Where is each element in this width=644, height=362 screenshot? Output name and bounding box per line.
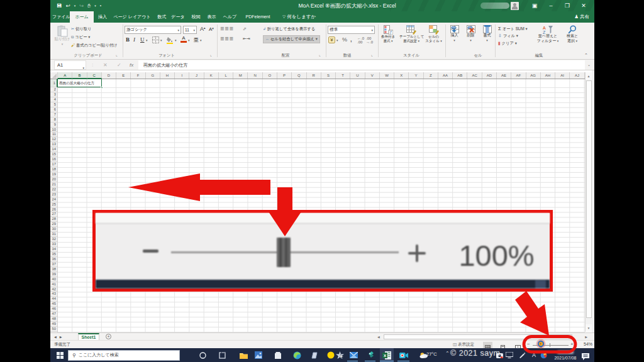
row-header-26[interactable]: 26 (50, 207, 57, 212)
column-header-R[interactable]: R (307, 72, 321, 79)
column-header-B[interactable]: B (72, 72, 87, 79)
format-as-table-button[interactable]: テーブルとして書式設定 ▾ (399, 25, 423, 43)
row-header-40[interactable]: 40 (50, 277, 57, 282)
font-dialog-launcher-icon[interactable]: ⌞ (210, 53, 214, 57)
row-header-39[interactable]: 39 (50, 272, 57, 277)
row-header-33[interactable]: 33 (50, 242, 57, 247)
format-cells-button[interactable]: 書式 ▾ (480, 25, 494, 42)
cut-button[interactable]: ✂ 切り取り (71, 26, 92, 32)
row-header-31[interactable]: 31 (50, 232, 57, 237)
autosum-button[interactable]: Σ オート SUM ▾ (498, 26, 528, 32)
column-header-V[interactable]: V (365, 72, 380, 79)
clear-button[interactable]: ▮ クリア ▾ (498, 41, 517, 47)
row-header-34[interactable]: 34 (50, 247, 57, 252)
start-button[interactable] (57, 352, 64, 359)
column-header-Y[interactable]: Y (409, 72, 423, 79)
column-header-P[interactable]: P (277, 72, 292, 79)
taskbar-search-box[interactable]: ⚲ ここに入力して検索 (68, 350, 180, 361)
restore-button[interactable]: ❐ (559, 1, 575, 10)
row-header-17[interactable]: 17 (50, 162, 57, 167)
touch-mode-icon[interactable]: ✋︎ (87, 3, 91, 9)
row-header-47[interactable]: 47 (50, 312, 57, 317)
task-view-icon[interactable] (217, 350, 227, 360)
tray-chevron-icon[interactable]: ⌃ (445, 351, 450, 356)
row-header-22[interactable]: 22 (50, 187, 57, 192)
row-header-9[interactable]: 9 (50, 123, 57, 128)
row-header-16[interactable]: 16 (50, 157, 57, 162)
ribbon-display-options-icon[interactable]: ▣ (526, 1, 543, 10)
cancel-formula-icon[interactable]: ✕ (103, 60, 108, 70)
normal-view-button[interactable] (483, 342, 492, 349)
column-header-AB[interactable]: AB (453, 72, 467, 79)
redo-icon[interactable]: ↪ (79, 3, 84, 9)
row-header-43[interactable]: 43 (50, 292, 57, 297)
delete-cells-button[interactable]: 削除 ▾ (464, 25, 478, 42)
row-header-29[interactable]: 29 (50, 222, 57, 227)
row-header-10[interactable]: 10 (50, 128, 57, 133)
column-header-G[interactable]: G (146, 72, 160, 79)
row-header-44[interactable]: 44 (50, 297, 57, 302)
column-header-T[interactable]: T (336, 72, 350, 79)
scroll-right-icon[interactable]: ▶ (585, 335, 587, 339)
row-headers[interactable]: 1234567891011121314151617181920212223242… (50, 79, 58, 332)
row-header-6[interactable]: 6 (50, 107, 57, 112)
row-header-19[interactable]: 19 (50, 172, 57, 177)
underline-button[interactable]: U (140, 36, 145, 43)
touch-mode-dropdown-icon[interactable]: ▾ (94, 4, 96, 8)
column-headers[interactable]: ABCDEFGHIJKLMNOPQRSTUVWXYZAAABACADAEAFAG… (58, 72, 585, 79)
namebox-splitter[interactable]: ⋮ (91, 60, 94, 70)
tab-file[interactable]: ファイル (52, 11, 69, 23)
row-header-2[interactable]: 2 (50, 87, 57, 92)
row-header-42[interactable]: 42 (50, 287, 57, 292)
selection-fill-handle[interactable] (101, 87, 103, 89)
align-top-middle-bottom-icons[interactable]: ☰☰☰ (220, 26, 234, 31)
taskbar-temperature[interactable]: 27°C (426, 351, 437, 357)
percent-style-button[interactable]: % (342, 36, 347, 43)
row-header-11[interactable]: 11 (50, 132, 57, 137)
horizontal-scrollbar[interactable]: ◀ ▶ (377, 334, 587, 340)
share-button[interactable]: ♟︎ 共有 (574, 11, 589, 23)
enter-formula-icon[interactable]: ✓ (117, 60, 121, 70)
row-header-27[interactable]: 27 (50, 212, 57, 217)
font-color-button[interactable]: A (180, 36, 187, 43)
row-header-5[interactable]: 5 (50, 102, 57, 107)
row-header-14[interactable]: 14 (50, 147, 57, 152)
column-header-Q[interactable]: Q (292, 72, 306, 79)
cortana-icon[interactable] (197, 350, 208, 360)
number-dialog-launcher-icon[interactable]: ⌞ (371, 53, 375, 57)
close-button[interactable]: ✕ (575, 1, 592, 10)
column-header-E[interactable]: E (116, 72, 131, 79)
undo-dropdown-icon[interactable]: ▾ (74, 4, 76, 8)
row-header-3[interactable]: 3 (50, 92, 57, 97)
accounting-dropdown-icon[interactable]: ▾ (336, 38, 338, 42)
alignment-dialog-launcher-icon[interactable]: ⌞ (319, 53, 323, 57)
column-header-AI[interactable]: AI (555, 72, 570, 79)
column-header-N[interactable]: N (248, 72, 262, 79)
column-header-A[interactable]: A (58, 72, 72, 79)
borders-button[interactable] (152, 36, 159, 44)
tab-data[interactable]: データ (169, 11, 187, 23)
tab-view[interactable]: 表示 (204, 11, 219, 23)
cell-styles-button[interactable]: セルのスタイル ▾ (423, 25, 444, 43)
italic-button[interactable]: I (133, 36, 135, 43)
fill-color-dropdown-icon[interactable]: ▾ (175, 38, 177, 42)
row-header-12[interactable]: 12 (50, 137, 57, 142)
row-header-28[interactable]: 28 (50, 217, 57, 222)
borders-dropdown-icon[interactable]: ▾ (160, 38, 162, 42)
row-header-21[interactable]: 21 (50, 182, 57, 187)
page-layout-view-button[interactable] (498, 342, 508, 349)
row-header-7[interactable]: 7 (50, 112, 57, 118)
indent-icons[interactable]: ⇤⇥ (243, 36, 250, 41)
viewer-3d-icon[interactable] (309, 350, 319, 360)
format-painter-button[interactable]: 🖌︎ 書式のコピー/貼り付け (71, 43, 118, 48)
tab-pdfelement[interactable]: PDFelement (242, 11, 274, 23)
row-header-35[interactable]: 35 (50, 252, 57, 257)
zoom-out-icon[interactable]: − (527, 341, 530, 347)
column-header-L[interactable]: L (219, 72, 233, 79)
conditional-formatting-button[interactable]: ƒ 条件付き書式 ▾ (378, 25, 398, 43)
column-header-K[interactable]: K (204, 72, 219, 79)
column-header-AA[interactable]: AA (438, 72, 453, 79)
row-header-48[interactable]: 48 (50, 317, 57, 322)
save-icon[interactable]: 💾︎ (57, 3, 62, 9)
font-color-dropdown-icon[interactable]: ▾ (188, 38, 190, 42)
